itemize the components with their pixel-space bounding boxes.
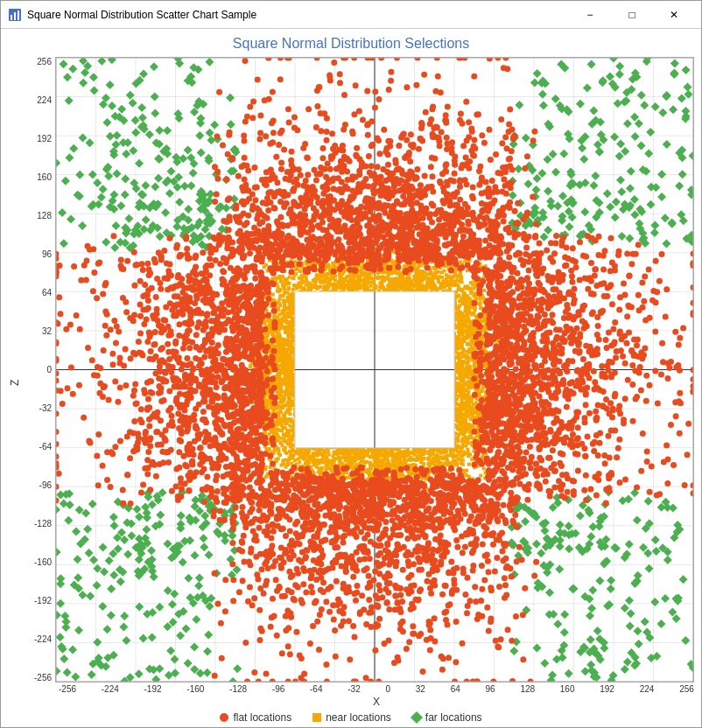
title-bar: Square Normal Distribution Scatter Chart… [1, 1, 701, 29]
legend-item-flat: flat locations [220, 711, 291, 724]
near-label: near locations [326, 711, 391, 724]
y-tick: -192 [34, 596, 52, 606]
y-tick: 192 [37, 134, 52, 144]
plot-with-labels: 256 224 192 160 128 96 64 32 0 -32 -64 -… [22, 57, 694, 682]
x-tick: -96 [272, 684, 284, 694]
svg-rect-2 [14, 12, 16, 20]
x-tick: 256 [679, 684, 694, 694]
x-tick: -256 [59, 684, 76, 694]
flat-label: flat locations [233, 711, 291, 724]
x-tick: 128 [520, 684, 535, 694]
y-tick: -64 [39, 442, 52, 452]
x-tick: 32 [416, 684, 425, 694]
x-axis-label: X [59, 696, 694, 708]
far-label: far locations [425, 711, 482, 724]
main-window: Square Normal Distribution Scatter Chart… [0, 0, 702, 728]
x-tick: -224 [102, 684, 119, 694]
scatter-canvas [56, 58, 693, 682]
legend-item-far: far locations [412, 711, 482, 724]
y-tick: -256 [34, 673, 52, 682]
y-tick: 0 [46, 365, 52, 374]
chart-area: Square Normal Distribution Selections Z … [1, 29, 701, 727]
y-tick: 224 [37, 95, 52, 105]
chart-container: Z 256 224 192 160 128 96 64 32 0 -32 [8, 57, 694, 708]
svg-rect-1 [11, 15, 12, 20]
y-tick: 64 [42, 288, 52, 298]
app-icon [8, 8, 22, 22]
minimize-button[interactable]: − [570, 2, 610, 28]
far-icon [411, 711, 423, 724]
y-axis-label: Z [8, 57, 22, 708]
y-tick: -96 [39, 480, 52, 490]
y-tick: 96 [42, 249, 52, 259]
y-tick: 32 [42, 326, 52, 336]
x-tick: 0 [385, 684, 390, 694]
x-tick: 96 [486, 684, 495, 694]
window-controls: − □ ✕ [570, 2, 694, 28]
y-tick: -32 [39, 403, 52, 413]
maximize-button[interactable]: □ [612, 2, 652, 28]
y-tick: -224 [34, 634, 52, 644]
y-tick: 256 [37, 57, 52, 66]
flat-icon [220, 713, 228, 722]
y-tick: 128 [37, 211, 52, 220]
x-tick: 224 [640, 684, 655, 694]
x-tick: 64 [451, 684, 460, 694]
near-icon [312, 713, 321, 722]
close-button[interactable]: ✕ [654, 2, 694, 28]
y-tick: -160 [34, 557, 52, 567]
y-tick: -128 [34, 519, 52, 528]
x-tick: -160 [186, 684, 204, 694]
y-labels: 256 224 192 160 128 96 64 32 0 -32 -64 -… [22, 57, 55, 682]
chart-title: Square Normal Distribution Selections [8, 36, 694, 52]
x-tick: -32 [347, 684, 360, 694]
x-tick: 192 [600, 684, 614, 694]
svg-rect-3 [18, 10, 19, 20]
legend: flat locations near locations far locati… [8, 711, 694, 724]
chart-inner: 256 224 192 160 128 96 64 32 0 -32 -64 -… [22, 57, 694, 708]
x-tick: -192 [144, 684, 162, 694]
window-title: Square Normal Distribution Scatter Chart… [27, 9, 570, 21]
legend-item-near: near locations [312, 711, 391, 724]
x-tick: -64 [310, 684, 322, 694]
x-tick: -128 [229, 684, 247, 694]
scatter-plot [55, 57, 694, 682]
x-tick: 160 [560, 684, 575, 694]
x-labels: -256 -224 -192 -160 -128 -96 -64 -32 0 3… [59, 682, 694, 694]
y-tick: 160 [37, 172, 52, 182]
